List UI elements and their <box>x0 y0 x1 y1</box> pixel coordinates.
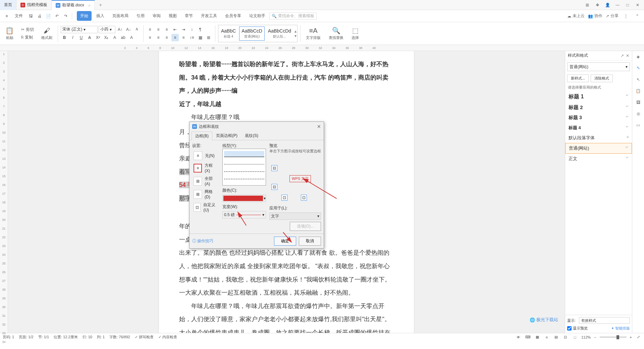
tab-document[interactable]: W盼望着.docx○ <box>52 0 95 10</box>
tab-paper[interactable]: 论文助手 <box>246 11 269 21</box>
preview-checkbox[interactable]: 显示预览✦ 智能排版 <box>567 326 630 331</box>
line-spacing-icon[interactable]: ↕≡ <box>188 34 196 41</box>
clipboard-icon[interactable]: 📋 <box>635 87 642 95</box>
line-type-list[interactable] <box>222 149 266 186</box>
minimize-icon[interactable]: — <box>614 1 621 9</box>
align-left-icon[interactable]: ≡ <box>146 34 154 41</box>
sb-words[interactable]: 字数: 76/892 <box>109 335 130 340</box>
file-menu[interactable]: 文件 <box>11 11 26 21</box>
clear-format-button[interactable]: 清除格式 <box>591 74 613 82</box>
view-page-icon[interactable]: ▦ <box>534 334 540 340</box>
panel-pin-icon[interactable]: ↗ <box>621 53 624 58</box>
doc-paragraph[interactable]: 出来了。菜的颜色 也经过妈妈细心搭配 让人看了就有食 欲。爸爸是个爱热闹的人，他… <box>179 246 394 299</box>
grid-icon[interactable]: ❖ <box>594 1 601 9</box>
increase-indent-icon[interactable]: ⇥ <box>180 26 187 33</box>
text-layout-button[interactable]: ≡A文字排版 <box>303 26 323 42</box>
distribute-icon[interactable]: ≡ <box>180 34 187 41</box>
fullscreen-icon[interactable]: ⤢ <box>635 334 641 340</box>
tab-start[interactable]: 开始 <box>77 11 92 21</box>
tips-link[interactable]: ⓘ 操作技巧 <box>192 238 213 244</box>
zoom-level[interactable]: 112% <box>581 335 591 339</box>
align-justify-icon[interactable]: ≡ <box>171 34 179 41</box>
eye-icon[interactable]: 👁 <box>516 334 522 340</box>
underline-icon[interactable]: U <box>77 34 85 41</box>
print-icon[interactable]: 🖨 <box>36 12 44 20</box>
diamond-icon[interactable]: ◈ <box>635 53 642 60</box>
multilevel-icon[interactable]: ≡ <box>163 26 170 33</box>
image-icon[interactable]: 🖼 <box>635 99 642 106</box>
redo-icon[interactable]: ↷ <box>62 12 70 20</box>
numbering-icon[interactable]: ≡ <box>155 26 162 33</box>
style-default-font[interactable]: 默认段落字体a <box>565 133 632 143</box>
doc-paragraph[interactable]: 盼望着，盼望着······翘首以盼的新年近了。街市上车水马龙，人山人海，好不热闹… <box>179 58 394 98</box>
clear-format-icon[interactable]: Ａ <box>133 26 141 33</box>
style-list[interactable]: 标题 1↵ 标题 2↵ 标题 3↵ 标题 4↵ 默认段落字体a 普通(网站)↵ … <box>565 91 632 315</box>
pencil-icon[interactable]: ✎ <box>635 64 642 72</box>
dialog-tab-shading[interactable]: 底纹(S) <box>241 131 262 140</box>
border-top-btn[interactable]: ⊟ <box>271 165 277 171</box>
view-web-icon[interactable]: ▤ <box>553 334 559 340</box>
font-name-select[interactable]: 宋体 (正文) ▾ <box>61 26 98 33</box>
style-heading1[interactable]: 标题 1↵ <box>565 91 632 102</box>
select-arrow-icon[interactable]: ↖ <box>635 76 642 83</box>
align-right-icon[interactable]: ≡ <box>163 34 170 41</box>
tab-add[interactable]: + <box>95 2 106 8</box>
setting-none[interactable]: ≡无(N) <box>192 150 219 161</box>
paste-button[interactable]: 📋粘贴 <box>3 25 16 42</box>
cancel-button[interactable]: 取消 <box>299 237 321 246</box>
align-center-icon[interactable]: ≡ <box>155 34 162 41</box>
bullets-icon[interactable]: ≡ <box>146 26 154 33</box>
setting-custom[interactable]: ⊡自定义(U) <box>192 201 219 214</box>
border-right-btn[interactable]: ⊡ <box>301 195 307 201</box>
sb-section[interactable]: 节: 1/1 <box>38 335 49 340</box>
current-style-select[interactable]: 普通(网站)▾ <box>567 62 630 71</box>
text-effect-icon[interactable]: A <box>128 34 135 41</box>
strike-icon[interactable]: A̶ <box>86 34 93 41</box>
tab-view[interactable]: 视图 <box>165 11 180 21</box>
border-icon[interactable]: ⊞ <box>205 34 212 41</box>
window-close-icon[interactable]: ✕ <box>634 1 641 9</box>
doc-paragraph[interactable]: 近了，年味儿越 <box>179 98 394 111</box>
sb-col[interactable]: 列: 1 <box>97 335 105 340</box>
grow-font-icon[interactable]: A↑ <box>116 26 124 33</box>
dialog-tab-border[interactable]: 边框(B) <box>192 132 212 140</box>
ruler-vertical[interactable]: 1234567891011121314151617181920212223242… <box>0 51 8 333</box>
doc-paragraph[interactable]: 年味儿在哪里？哦，年味儿在那震耳欲聋的爆竹声中。新年第一天零点开始，人们便没了睡… <box>179 300 394 333</box>
subscript-icon[interactable]: X₂ <box>103 34 110 41</box>
decrease-indent-icon[interactable]: ⇤ <box>171 26 179 33</box>
format-painter-button[interactable]: 🖌格式刷 <box>39 26 55 42</box>
share-button[interactable]: ↗ 分享 <box>606 13 619 19</box>
document-area[interactable]: 盼望着，盼望着······翘首以盼的新年近了。街市上车水马龙，人山人海，好不热闹… <box>8 51 565 333</box>
shrink-font-icon[interactable]: A↓ <box>125 26 132 33</box>
border-bottom-btn[interactable]: ⊟ <box>271 184 277 190</box>
style-heading3[interactable]: 标题 3↵ <box>565 113 632 123</box>
setting-box[interactable]: ≡方框(X) <box>192 161 219 174</box>
shading-icon[interactable]: ▦ <box>197 34 204 41</box>
hamburger-icon[interactable]: ≡ <box>3 12 11 20</box>
zoom-in-icon[interactable]: + <box>630 335 632 339</box>
dialog-close-icon[interactable]: ✕ <box>317 124 321 129</box>
style-gallery[interactable]: AaBbC标题 4 AaBbCcD普通(网站) AaBbCcDd默认段... ▴… <box>218 25 298 42</box>
sb-position[interactable]: 位置: 12.2厘米 <box>54 335 78 340</box>
fit-icon[interactable]: ⊡ <box>562 334 569 340</box>
show-marks-icon[interactable]: ¶ <box>197 26 204 33</box>
sb-content[interactable]: ✓ 内容检查 <box>158 335 177 340</box>
find-replace-button[interactable]: 🔍查找替换 <box>326 25 346 42</box>
dialog-titlebar[interactable]: W 边框和底纹 ✕ <box>190 122 324 131</box>
ok-button[interactable]: 确定 <box>274 237 296 246</box>
border-left-btn[interactable]: ⊡ <box>281 195 287 201</box>
dialog-tab-page-border[interactable]: 页面边框(P) <box>212 131 241 140</box>
new-style-button[interactable]: 新样式... <box>567 74 589 82</box>
tab-layout[interactable]: 页面布局 <box>109 11 132 21</box>
style-heading4[interactable]: 标题 4↵ <box>565 123 632 133</box>
sb-page-of[interactable]: 页面: 1/2 <box>19 335 33 340</box>
tab-reference[interactable]: 引用 <box>133 11 148 21</box>
tab-close-icon[interactable]: ○ <box>88 3 91 8</box>
tab-vip[interactable]: 会员专享 <box>222 11 245 21</box>
collab-button[interactable]: 👥 协作 <box>588 13 602 19</box>
copy-button[interactable]: ⎘ 复制 <box>19 34 36 41</box>
menu-more-icon[interactable]: ⋮ <box>622 12 630 20</box>
view-outline-icon[interactable]: ≡ <box>544 334 550 340</box>
font-size-select[interactable]: 小四 ▾ <box>99 26 115 33</box>
sb-line[interactable]: 行: 10 <box>83 335 92 340</box>
